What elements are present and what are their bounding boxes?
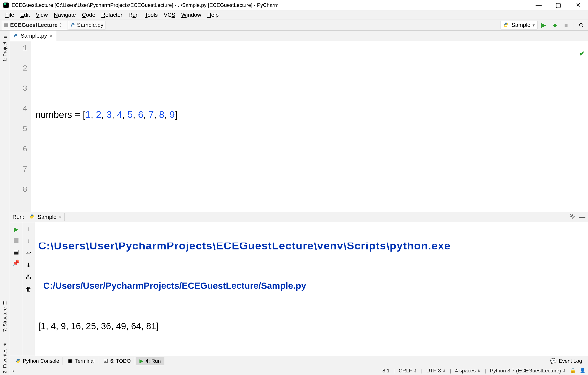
clear-all-button[interactable]: 🗑 (24, 285, 33, 293)
debug-button[interactable] (550, 21, 560, 30)
event-log-icon: 💬 (550, 358, 557, 364)
run-button[interactable]: ▶ (539, 21, 549, 30)
down-button[interactable]: ↓ (24, 236, 33, 245)
python-file-icon (13, 33, 18, 38)
line-separator[interactable]: CRLF ⇕ (399, 368, 417, 374)
svg-line-21 (573, 214, 574, 215)
event-log-button[interactable]: 💬 Event Log (547, 357, 585, 365)
chevron-down-icon: ▾ (533, 22, 535, 28)
menu-edit[interactable]: Edit (17, 12, 33, 18)
pin-button[interactable]: 📌 (12, 258, 21, 267)
editor[interactable]: 1 2 3 4 5 6 7 8 ✔ numbers = [1, 2, 3, 4,… (10, 41, 588, 212)
project-tool-button[interactable]: 1: Project ▮ (2, 33, 8, 64)
indent-setting[interactable]: 4 spaces ⇕ (455, 368, 481, 374)
menu-code[interactable]: Code (79, 12, 98, 18)
layout-button[interactable]: ▤ (12, 247, 21, 256)
menu-view[interactable]: View (33, 12, 51, 18)
todo-label: 6: TODO (110, 358, 131, 364)
svg-line-18 (570, 214, 571, 215)
close-run-tab-button[interactable]: × (59, 214, 62, 220)
bottom-tool-buttons: Python Console ▣ Terminal ☑ 6: TODO ▶ 4:… (10, 356, 588, 366)
up-button[interactable]: ↑ (24, 225, 33, 233)
star-icon: ★ (2, 342, 8, 346)
svg-rect-2 (4, 7, 7, 7)
soft-wrap-button[interactable]: ↩ (24, 248, 33, 257)
line-number: 1 (10, 44, 31, 64)
window-title: ECEGuestLecture [C:\Users\User\PycharmPr… (12, 2, 279, 8)
console-output[interactable]: C:\Users\User\PycharmProjects\ECEGuestLe… (35, 222, 588, 356)
svg-line-20 (570, 217, 571, 218)
svg-point-3 (72, 23, 72, 24)
minimize-button[interactable]: — (529, 0, 548, 10)
editor-tab-sample[interactable]: Sample.py × (10, 31, 56, 41)
editor-tabs: Sample.py × (10, 31, 588, 41)
run-tool-button[interactable]: ▶ 4: Run (136, 357, 164, 365)
terminal-label: Terminal (75, 358, 94, 364)
status-bar: ▫ 8:1 | CRLF ⇕ | UTF-8 ⇕ | 4 spaces ⇕ | … (10, 366, 588, 375)
menu-run[interactable]: Run (126, 12, 142, 18)
run-configuration-selector[interactable]: Sample ▾ (501, 21, 537, 30)
python-console-button[interactable]: Python Console (12, 357, 63, 365)
menu-window[interactable]: Window (178, 12, 204, 18)
stop-button[interactable]: ■ (561, 21, 571, 30)
menu-navigate[interactable]: Navigate (51, 12, 79, 18)
inspection-profile-icon[interactable]: 👤 (580, 368, 585, 374)
project-tool-label: 1: Project (2, 42, 8, 62)
console-line: C:/Users/User/PycharmProjects/ECEGuestLe… (43, 281, 306, 291)
run-tool-label: 4: Run (146, 358, 161, 364)
stop-run-button[interactable] (12, 236, 21, 245)
run-panel-config-tab[interactable]: Sample × (27, 213, 65, 221)
print-button[interactable]: 🖶 (24, 273, 33, 281)
python-logo-icon (30, 214, 35, 220)
close-window-button[interactable]: ✕ (568, 0, 588, 10)
hide-run-panel-button[interactable]: — (579, 214, 585, 221)
menu-refactor[interactable]: Refactor (98, 12, 125, 18)
python-logo-icon (503, 22, 509, 28)
line-number: 2 (10, 64, 31, 84)
run-panel-config-name: Sample (38, 214, 56, 220)
console-line: [1, 4, 9, 16, 25, 36, 49, 64, 81] (38, 316, 585, 336)
svg-line-9 (556, 24, 556, 24)
run-console-area: ▶ ▤ 📌 ↑ ↓ ↩ ⤓ 🖶 🗑 C:\Users\User\PycharmP… (10, 222, 588, 356)
line-number: 7 (10, 165, 31, 185)
todo-button[interactable]: ☑ 6: TODO (100, 357, 134, 365)
project-icon: ▮ (2, 36, 8, 39)
terminal-icon: ▣ (68, 358, 73, 364)
breadcrumb-project[interactable]: ECEGuestLecture 〉 (2, 20, 67, 30)
search-everywhere-button[interactable] (576, 21, 586, 30)
file-encoding[interactable]: UTF-8 ⇕ (426, 368, 446, 374)
menu-vcs[interactable]: VCS (161, 12, 178, 18)
favorites-tool-label: 2: Favorites (2, 349, 8, 373)
cursor-position[interactable]: 8:1 (382, 368, 389, 374)
favorites-tool-button[interactable]: 2: Favorites ★ (2, 340, 8, 375)
left-tool-strip: 1: Project ▮ 7: Structure ☰ 2: Favorites… (0, 31, 10, 375)
play-icon: ▶ (139, 358, 143, 364)
run-actions-toolbar: ▶ ▤ 📌 (10, 222, 22, 356)
menu-tools[interactable]: Tools (142, 12, 161, 18)
breadcrumb: ECEGuestLecture 〉 Sample.py (2, 20, 106, 30)
code-area[interactable]: ✔ numbers = [1, 2, 3, 4, 5, 6, 7, 8, 9] … (31, 41, 588, 212)
rerun-button[interactable]: ▶ (12, 225, 21, 234)
menu-help[interactable]: Help (204, 12, 221, 18)
breadcrumb-sep-icon: 〉 (59, 21, 65, 29)
terminal-button[interactable]: ▣ Terminal (64, 357, 98, 365)
structure-icon: ☰ (2, 301, 8, 305)
console-line: C:\Users\User\PycharmProjects\ECEGuestLe… (38, 243, 451, 252)
run-settings-button[interactable] (569, 214, 575, 221)
navigation-bar: ECEGuestLecture 〉 Sample.py Sample ▾ ▶ ■ (0, 20, 588, 31)
analysis-ok-icon: ✔ (579, 43, 585, 64)
line-number: 8 (10, 185, 31, 205)
close-tab-button[interactable]: × (50, 33, 53, 39)
code-line: numbers = [1, 2, 3, 4, 5, 6, 7, 8, 9] (31, 105, 588, 125)
menu-file[interactable]: File (2, 12, 17, 18)
structure-tool-button[interactable]: 7: Structure ☰ (2, 299, 8, 333)
code-line (31, 165, 588, 185)
python-interpreter[interactable]: Python 3.7 (ECEGuestLecture) ⇕ (490, 368, 566, 374)
maximize-button[interactable]: ▢ (548, 0, 568, 10)
toolwindows-toggle-icon[interactable]: ▫ (12, 368, 14, 374)
readonly-lock-icon[interactable]: 🔓 (570, 368, 576, 374)
svg-line-19 (573, 217, 574, 218)
breadcrumb-file[interactable]: Sample.py (68, 21, 106, 30)
python-file-icon (71, 23, 75, 28)
scroll-to-end-button[interactable]: ⤓ (24, 261, 33, 269)
